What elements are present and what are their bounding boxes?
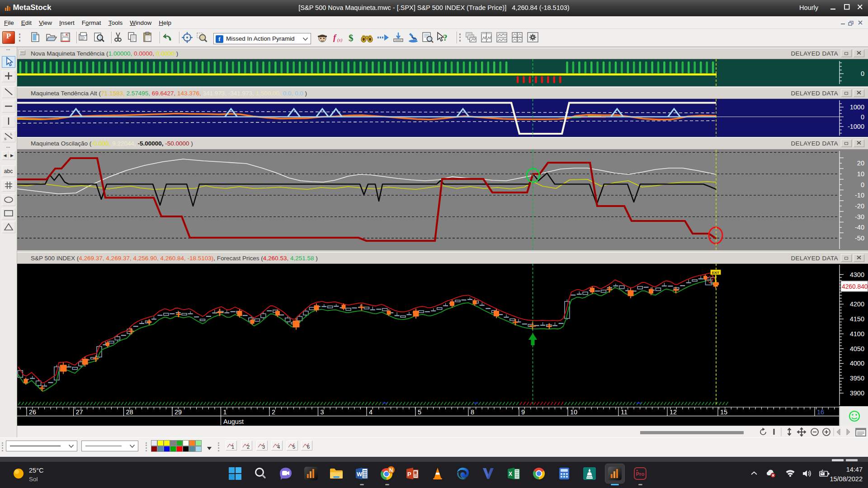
svg-text:-10: -10 xyxy=(855,192,864,199)
svg-text:4200: 4200 xyxy=(850,300,864,308)
svg-text:27: 27 xyxy=(76,408,83,416)
svg-text:0: 0 xyxy=(861,113,864,121)
svg-text:0: 0 xyxy=(861,70,864,77)
svg-text:10: 10 xyxy=(857,170,864,178)
svg-text:3: 3 xyxy=(321,408,324,416)
svg-text:X: X xyxy=(509,471,512,477)
svg-text:4260.840: 4260.840 xyxy=(842,283,868,290)
svg-text:8: 8 xyxy=(471,408,474,416)
svg-text:1: 1 xyxy=(231,444,234,450)
svg-text:12: 12 xyxy=(670,408,677,416)
svg-text:3900: 3900 xyxy=(850,389,864,397)
svg-text:P: P xyxy=(407,471,411,478)
svg-text:5: 5 xyxy=(418,408,421,416)
svg-text:5: 5 xyxy=(292,444,295,450)
svg-text:4050: 4050 xyxy=(850,345,864,352)
svg-text:4150: 4150 xyxy=(850,315,864,323)
svg-text:-20: -20 xyxy=(855,202,864,210)
svg-text:August: August xyxy=(223,418,244,425)
svg-text:0: 0 xyxy=(861,181,864,188)
svg-text:11: 11 xyxy=(621,408,627,416)
svg-text:16: 16 xyxy=(817,408,824,416)
svg-text:N: N xyxy=(389,467,393,474)
svg-text:3950: 3950 xyxy=(850,375,864,382)
svg-text:2: 2 xyxy=(247,444,250,450)
svg-text:4000: 4000 xyxy=(850,360,864,367)
svg-text:20: 20 xyxy=(857,160,864,167)
svg-text:10: 10 xyxy=(570,408,577,416)
svg-text:1000: 1000 xyxy=(850,103,864,111)
svg-text:4100: 4100 xyxy=(850,330,864,338)
svg-text:9: 9 xyxy=(521,408,525,416)
svg-text:-1000: -1000 xyxy=(848,123,864,130)
svg-text:28: 28 xyxy=(126,408,133,416)
svg-text:-40: -40 xyxy=(855,224,864,231)
svg-text:26: 26 xyxy=(29,408,36,416)
svg-text:15: 15 xyxy=(720,408,727,416)
svg-text:W: W xyxy=(357,471,363,478)
svg-text:Pro: Pro xyxy=(636,471,644,477)
svg-text:3: 3 xyxy=(262,444,265,450)
svg-text:EXIT: EXIT xyxy=(712,271,720,275)
svg-text:6: 6 xyxy=(307,444,310,450)
svg-text:1: 1 xyxy=(223,408,227,416)
svg-text:-30: -30 xyxy=(855,213,864,221)
svg-text:2: 2 xyxy=(272,408,275,416)
svg-text:29: 29 xyxy=(175,408,182,416)
svg-text:4300: 4300 xyxy=(850,271,864,278)
svg-text:4: 4 xyxy=(277,444,280,450)
svg-text:-50: -50 xyxy=(855,235,864,242)
svg-text:4: 4 xyxy=(369,408,373,416)
